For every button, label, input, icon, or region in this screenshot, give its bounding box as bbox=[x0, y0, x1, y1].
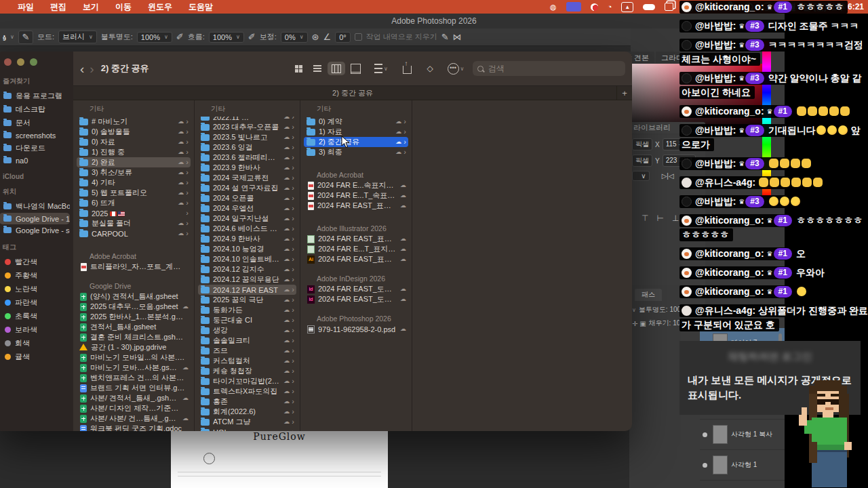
sidebar-tag[interactable]: 빨간색 bbox=[0, 255, 70, 268]
globe-icon[interactable]: ◍ bbox=[550, 2, 557, 12]
finder-file-row[interactable]: 벤치앤프레스 건…의 사본.gsheet bbox=[77, 373, 191, 383]
finder-file-row[interactable]: Id2024 FAR EAST_도록.indd☁ bbox=[304, 294, 408, 304]
stage-manager-icon[interactable] bbox=[665, 2, 673, 12]
search-input[interactable] bbox=[487, 63, 620, 74]
finder-folder-row[interactable]: 0) 계약☁› bbox=[304, 117, 408, 127]
sidebar-item[interactable]: na0 bbox=[0, 155, 70, 166]
finder-folder-row[interactable]: 회계(2022.6)☁› bbox=[198, 407, 296, 417]
chevron-down-icon[interactable]: ∨ bbox=[10, 34, 14, 40]
finder-folder-row[interactable]: 생강☁› bbox=[198, 325, 296, 336]
view-columns-button[interactable] bbox=[328, 62, 345, 75]
minimize-button[interactable] bbox=[17, 58, 24, 66]
finder-folder-row[interactable]: 트렉스타X파도의집☁› bbox=[198, 386, 296, 396]
tab-current[interactable]: 2) 중간 공유 bbox=[332, 88, 373, 98]
menubar-menu[interactable]: 파일 bbox=[18, 2, 34, 12]
sidebar-item-location[interactable]: 백나염의 MacBook... bbox=[0, 199, 70, 213]
finder-folder-row[interactable]: 2024.6 베이스드 스튜디오☁› bbox=[198, 224, 296, 234]
view-grid-button[interactable] bbox=[290, 62, 307, 75]
finder-folder-row[interactable]: 2024.12 김지수☁› bbox=[198, 264, 296, 274]
finder-folder-row[interactable]: 6) 뜨개☁› bbox=[77, 198, 191, 208]
search-field[interactable] bbox=[473, 61, 625, 76]
angle-field[interactable]: 0° bbox=[335, 32, 351, 43]
sidebar-item[interactable]: 응용 프로그램 bbox=[0, 89, 70, 102]
layer-row[interactable]: 사각형 1 bbox=[700, 450, 785, 481]
finder-folder-row[interactable]: 1) 자료☁› bbox=[304, 127, 408, 137]
finder-folder-row[interactable]: 2) 중간 공유☁› bbox=[304, 137, 408, 147]
finder-folder-row[interactable]: 2023.6 젤라떼리아 리모네☁› bbox=[198, 152, 296, 163]
swirl-icon[interactable]: ◔ bbox=[608, 2, 612, 12]
finder-folder-row[interactable]: 2025› bbox=[77, 208, 191, 218]
airbrush-opacity-icon[interactable]: ✐ bbox=[176, 32, 184, 42]
eye-icon[interactable] bbox=[700, 432, 709, 437]
flip-icons[interactable]: ▷|◁ bbox=[662, 172, 674, 180]
finder-folder-row[interactable]: 분실물 폴더☁› bbox=[77, 218, 191, 228]
finder-file-row[interactable]: 트리플라잇_자…포트_계약서.pdf bbox=[77, 262, 191, 272]
finder-file-row[interactable]: 공간 (1 - 30).jpg.gdrive bbox=[77, 342, 191, 352]
finder-file-row[interactable]: 2024 FAR EAST_표지.pdf☁ bbox=[304, 201, 408, 211]
alert-app-icon[interactable]: ▲ bbox=[621, 2, 633, 12]
finder-folder-row[interactable]: 2023.9 한바사☁› bbox=[198, 163, 296, 173]
brush-panel-icon[interactable]: ✎ bbox=[441, 32, 449, 42]
finder-file-row[interactable]: 사본/ 견적서_틈새_.gsheet☁ bbox=[77, 393, 191, 403]
finder-folder-row[interactable]: 동화가든☁› bbox=[198, 305, 296, 315]
finder-folder-row[interactable]: 2024.9 한바사☁› bbox=[198, 234, 296, 244]
finder-folder-row[interactable]: 5) 웹 포트폴리오☁› bbox=[77, 188, 191, 198]
smoothing-dropdown[interactable]: 0%∨ bbox=[281, 32, 308, 43]
menubar-menu[interactable]: 윈도우 bbox=[148, 2, 172, 12]
eye-icon[interactable] bbox=[700, 463, 709, 468]
finder-file-row[interactable]: 사본/ 사본/ 건…틈새_.gsheet☁ bbox=[77, 413, 191, 424]
mode-dropdown[interactable]: 브러시∨ bbox=[58, 30, 97, 43]
pill-icon[interactable] bbox=[643, 2, 655, 12]
symmetry-icon[interactable]: ⋈ bbox=[453, 32, 462, 42]
finder-file-row[interactable]: 2024 FAR E...속표지_R.pdf☁ bbox=[304, 180, 408, 190]
finder-folder-row[interactable]: 2023 대추무-오픈콜☁› bbox=[198, 122, 296, 132]
close-button[interactable] bbox=[4, 58, 12, 66]
finder-folder-row[interactable]: 2023.5 빛나르고☁› bbox=[198, 132, 296, 142]
finder-folder-row[interactable]: 2024.10 능엄경☁› bbox=[198, 244, 296, 254]
layer-opacity-row[interactable]: 불투명도: 100 bbox=[639, 305, 681, 314]
finder-folder-row[interactable]: 3) 취소/보류☁› bbox=[77, 167, 191, 178]
sidebar-tag[interactable]: 회색 bbox=[0, 336, 70, 350]
finder-file-row[interactable]: 2024 FAR EAST_표지_2.ai☁ bbox=[304, 234, 408, 244]
tag-button[interactable]: ◇ bbox=[421, 62, 439, 75]
erase-history-checkbox[interactable] bbox=[355, 33, 362, 41]
sidebar-item[interactable]: screenshots bbox=[0, 129, 70, 141]
sidebar-tag[interactable]: 귤색 bbox=[0, 350, 70, 363]
menubar-menu[interactable]: 도움말 bbox=[189, 2, 213, 12]
finder-folder-row[interactable]: 2) 완료☁› bbox=[77, 157, 191, 167]
gear-icon[interactable]: ⊛ bbox=[312, 32, 319, 42]
finder-file-row[interactable]: Id2024 FAR EAST_도록.idml☁ bbox=[304, 284, 408, 294]
finder-file-row[interactable]: 워크북 펀딩 굿즈 기획.gdoc bbox=[77, 424, 191, 431]
view-gallery-button[interactable] bbox=[347, 62, 364, 75]
finder-file-row[interactable]: 사본/ 디자인 제작…기준서.gsheet bbox=[77, 403, 191, 413]
finder-folder-row[interactable]: 1) 진행 중☁› bbox=[77, 147, 191, 157]
menubar-menu[interactable]: 편집 bbox=[50, 2, 66, 12]
finder-folder-row[interactable]: 3) 최종☁› bbox=[304, 147, 408, 157]
sidebar-item-location[interactable]: Google Drive - 10... bbox=[0, 213, 70, 224]
finder-folder-row[interactable]: 2024 일구지난설☁› bbox=[198, 214, 296, 224]
finder-folder-row[interactable]: ATCM 그냥☁› bbox=[198, 417, 296, 427]
unit-field[interactable]: 픽셀 bbox=[632, 155, 652, 167]
more-actions-button[interactable]: •••∨ bbox=[444, 62, 467, 75]
finder-file-row[interactable]: 2024 FAR E...T_표지_fin.ai☁ bbox=[304, 244, 408, 254]
finder-file-row[interactable]: 2024 FAR E...T_속표지.pdf☁ bbox=[304, 190, 408, 201]
finder-folder-row[interactable]: # 마비노기☁› bbox=[77, 117, 191, 127]
layer-row[interactable]: 사각형 1 복사 bbox=[700, 420, 785, 450]
sidebar-tag[interactable]: 노란색 bbox=[0, 282, 70, 296]
finder-file-row[interactable]: 결혼 준비 체크리스트.gsheet bbox=[77, 332, 191, 342]
sidebar-tag[interactable]: 초록색 bbox=[0, 309, 70, 323]
unit-field[interactable]: 픽셀 bbox=[632, 138, 652, 150]
sidebar-tag[interactable]: 보라색 bbox=[0, 323, 70, 336]
finder-file-row[interactable]: 마비노기 모바일...의 사본.gsheet bbox=[77, 352, 191, 363]
finder-file-row[interactable]: 견적서_틈새.gsheet bbox=[77, 322, 191, 332]
screen-share-icon[interactable] bbox=[566, 2, 581, 12]
finder-folder-row[interactable]: 즈므☁› bbox=[198, 346, 296, 356]
finder-folder-row[interactable]: CARPOOL☁› bbox=[77, 228, 191, 239]
sidebar-tag[interactable]: 주황색 bbox=[0, 268, 70, 282]
view-list-button[interactable] bbox=[309, 62, 326, 75]
menubar-menu[interactable]: 이동 bbox=[115, 2, 132, 12]
finder-folder-row[interactable]: 솔솔밀크티☁› bbox=[198, 336, 296, 346]
finder-folder-row[interactable]: 2023.6 잉걸☁› bbox=[198, 142, 296, 152]
finder-folder-row[interactable]: 2024 국제교류전☁› bbox=[198, 173, 296, 183]
sidebar-tag[interactable]: 파란색 bbox=[0, 296, 70, 309]
